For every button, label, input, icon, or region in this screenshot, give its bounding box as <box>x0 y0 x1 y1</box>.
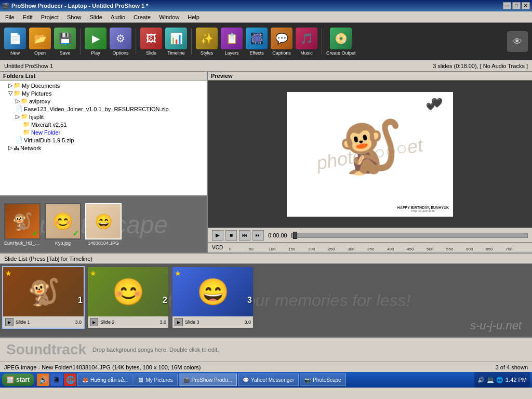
thumbnail-2[interactable]: 😊 ✓ Kyu.jpg <box>45 203 81 246</box>
folder-hjsplit[interactable]: ▷ 📁 hjsplit <box>1 113 206 121</box>
folder-mixcraft[interactable]: 📁 Mixcraft v2.51 <box>1 121 206 128</box>
maximize-button[interactable]: □ <box>512 2 521 9</box>
ruler-ticks: 0 50 100 150 200 250 300 350 400 450 500… <box>229 243 528 252</box>
music-button[interactable]: 🎵 Music <box>296 28 317 56</box>
folder-tree[interactable]: ▷ 📁 My Documents ▽ 📁 My Pictures ▷ 📁 avi… <box>0 81 207 195</box>
save-icon: 💾 <box>54 28 76 49</box>
tick-650: 650 <box>486 247 493 251</box>
app-icon: 🎬 <box>2 3 9 9</box>
taskbar-btn-proshow[interactable]: 🎬 ProShow Produ... <box>179 374 237 386</box>
thumb-label-3: 14838104.JPG <box>88 241 119 246</box>
thumb-label-2: Kyu.jpg <box>55 241 71 246</box>
folder-icon: 📁 <box>14 90 21 97</box>
folder-my-documents[interactable]: ▷ 📁 My Documents <box>1 82 206 89</box>
output-icon: 📀 <box>330 28 352 49</box>
slide-duration-1: 3.0 <box>75 320 82 325</box>
save-button[interactable]: 💾 Save <box>54 28 76 56</box>
layers-button[interactable]: 📋 Layers <box>221 28 243 56</box>
play-icon: ▶ <box>85 28 107 49</box>
effects-button[interactable]: 🎆 Effects <box>246 28 268 56</box>
music-label: Music <box>300 50 313 56</box>
thumb-img-2: 😊 ✓ <box>45 203 81 240</box>
menu-audio[interactable]: Audio <box>108 13 128 21</box>
slide-item-1[interactable]: 🐒 ★ 1 ▶ Slide 1 3.0 <box>2 266 85 329</box>
status-left: JPEG Image - New Folder\14838104.JPG (14… <box>4 364 201 370</box>
slide-thumb-2: 😊 ★ 2 <box>88 267 168 316</box>
taskbar-icon-photoscape: 📷 <box>304 377 311 383</box>
tick-500: 500 <box>427 247 433 251</box>
menu-show[interactable]: Show <box>64 13 85 21</box>
new-label: New <box>10 50 20 56</box>
stop-control[interactable]: ■ <box>225 230 237 241</box>
tick-50: 50 <box>249 247 254 251</box>
folder-new-folder[interactable]: 📁 New Folder <box>1 128 206 136</box>
menu-project[interactable]: Project <box>38 13 62 21</box>
taskbar-btn-huong[interactable]: 🦊 Hướng dẫn sử... <box>77 374 132 386</box>
taskbar-label-pics: My Pictures <box>145 377 172 383</box>
timeline-button[interactable]: 📊 Timeline <box>165 28 187 56</box>
thumbnail-3[interactable]: 😄 14838104.JPG <box>85 203 122 246</box>
slide-play-3[interactable]: ▶ <box>175 318 183 326</box>
folder-aviproxy[interactable]: ▷ 📁 aviproxy <box>1 97 206 105</box>
thumbnail-1[interactable]: 🐒 ✓ EunHyuk_HB_by... <box>4 203 41 246</box>
close-button[interactable]: ✕ <box>522 2 530 9</box>
taskbar-btn-photoscape[interactable]: 📷 PhotoScape <box>300 374 346 386</box>
play-control[interactable]: ▶ <box>212 230 223 241</box>
options-button[interactable]: ⚙ Options <box>110 28 131 56</box>
tick-0: 0 <box>229 247 231 251</box>
timeline-slider[interactable] <box>291 233 528 238</box>
titlebar-controls[interactable]: — □ ✕ <box>503 2 530 9</box>
folder-my-pictures[interactable]: ▽ 📁 My Pictures <box>1 89 206 97</box>
new-button[interactable]: 📄 New <box>4 28 26 56</box>
slide-item-3[interactable]: 😄 ★ 3 ▶ Slide 3 3.0 <box>171 266 254 329</box>
taskbar-btn-mypictures[interactable]: 🖼 My Pictures <box>134 374 177 386</box>
menu-create[interactable]: Create <box>130 13 154 21</box>
slide-play-1[interactable]: ▶ <box>5 318 14 326</box>
taskbar-btn-yahoo[interactable]: 💬 Yahoo! Messenger <box>238 374 299 386</box>
folder-label: My Pictures <box>22 90 51 97</box>
menu-window[interactable]: Window <box>156 13 182 21</box>
taskbar-label-proshow: ProShow Produ... <box>192 377 232 383</box>
taskbar-icon-3[interactable]: 🌐 <box>64 374 76 386</box>
file-virtualdub[interactable]: 📄 VirtualDub-1.9.5.zip <box>1 136 206 144</box>
slide-list[interactable]: protect more of your memories for less! … <box>0 264 532 337</box>
file-ease123[interactable]: 📄 Ease123_Video_Joiner_v1.0.1_by_RESURRE… <box>1 105 206 113</box>
output-button[interactable]: 📀 Create Output <box>326 28 356 56</box>
preview-header: Preview <box>208 72 532 81</box>
right-panel: Preview 🐒 🖤 🖤 HAPPY BIRTHDAY, <box>208 72 532 252</box>
slide-button[interactable]: 🖼 Slide <box>140 28 162 56</box>
thumbnails-area[interactable]: photoscape 🐒 ✓ EunHyuk_HB_by... 😊 ✓ Kyu.… <box>0 195 207 252</box>
slide-duration-2: 3.0 <box>159 320 166 325</box>
statusbar: JPEG Image - New Folder\14838104.JPG (14… <box>0 362 532 372</box>
tick-150: 150 <box>288 247 295 251</box>
start-button[interactable]: 🪟 start <box>2 374 34 386</box>
styles-button[interactable]: ✨ Styles <box>196 28 218 56</box>
menu-help[interactable]: Help <box>184 13 203 21</box>
menu-slide[interactable]: Slide <box>86 13 105 21</box>
file-icon: 📄 <box>16 105 23 112</box>
minimize-button[interactable]: — <box>503 2 511 9</box>
taskbar-icon-2[interactable]: 🖥 <box>50 374 63 386</box>
slide-number-1: 1 <box>78 296 83 305</box>
slide-item-2[interactable]: 😊 ★ 2 ▶ Slide 2 3.0 <box>87 266 169 329</box>
menu-file[interactable]: File <box>2 13 18 21</box>
taskbar: 🪟 start 🔊 🖥 🌐 🦊 Hướng dẫn sử... 🖼 My Pic… <box>0 372 532 388</box>
play-label: Play <box>91 50 100 56</box>
open-button[interactable]: 📂 Open <box>29 28 51 56</box>
taskbar-icon-1[interactable]: 🔊 <box>37 374 49 386</box>
captions-button[interactable]: 💬 Captions <box>271 28 292 56</box>
slide-play-2[interactable]: ▶ <box>90 318 98 326</box>
next-control[interactable]: ⏭ <box>252 230 264 241</box>
play-button[interactable]: ▶ Play <box>85 28 107 56</box>
titlebar-text: ProShow Producer - Laptop - Untitled Pro… <box>11 3 148 9</box>
slide-controls-2: ▶ Slide 2 3.0 <box>88 316 168 328</box>
slide-star-2: ★ <box>90 269 97 277</box>
tick-250: 250 <box>328 247 335 251</box>
options-label: Options <box>112 50 128 56</box>
menu-edit[interactable]: Edit <box>20 13 36 21</box>
start-icon: 🪟 <box>6 376 14 383</box>
folder-network[interactable]: ▷ 🖧 Network <box>1 144 206 152</box>
prev-control[interactable]: ⏮ <box>239 230 250 241</box>
toolbar-separator-2 <box>136 29 136 55</box>
folder-label: New Folder <box>31 129 60 136</box>
